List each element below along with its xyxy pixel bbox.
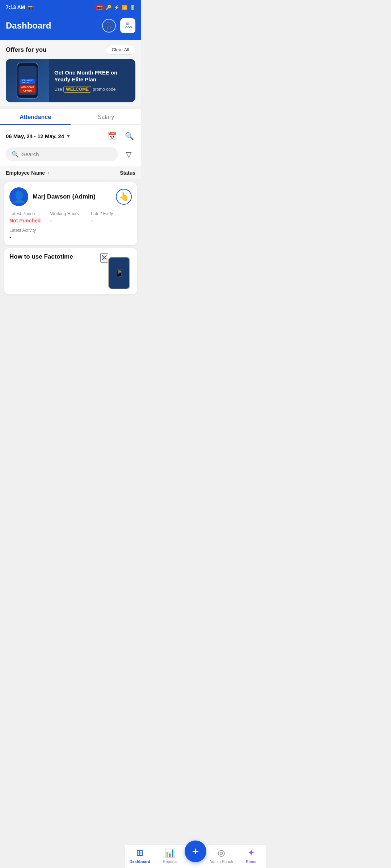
chevron-down-icon: ▾: [67, 133, 70, 139]
page-title: Dashboard: [6, 21, 51, 31]
employee-stats: Latest Punch Not Punched Working Hours -…: [9, 211, 132, 224]
wifi-icon: 📶: [122, 5, 127, 10]
key-icon: 🔑: [106, 5, 112, 10]
logo-icon: 🏢LOGO: [123, 22, 132, 29]
headphone-icon: 🎧: [105, 22, 113, 30]
promo-prefix: Use: [54, 87, 62, 92]
status-bar: 7:13 AM 📷 📷 🔑 ⚡ 📶 🔋: [0, 0, 141, 14]
headphone-button[interactable]: 🎧: [102, 19, 116, 33]
touch-button[interactable]: 👆: [116, 189, 132, 205]
date-actions: 📅 🔍: [106, 130, 135, 142]
status-icons: 📷 🔑 ⚡ 📶 🔋: [96, 5, 135, 10]
working-hours-col: Working Hours -: [50, 211, 91, 224]
promo-code: WELCOME: [63, 86, 91, 93]
table-header: Employee Name ↓ Status: [0, 166, 141, 179]
promo-suffix: promo code: [93, 87, 115, 92]
late-early-label: Late / Early: [91, 211, 132, 216]
search-icon-button[interactable]: 🔍: [123, 130, 135, 142]
date-range-selector[interactable]: 06 May, 24 - 12 May, 24 ▾: [6, 133, 70, 139]
time-display: 7:13 AM: [6, 4, 25, 10]
howto-close-button[interactable]: ✕: [100, 253, 108, 263]
app-header: Dashboard 🎧 🏢LOGO: [0, 14, 141, 40]
latest-activity-label: Latest Activity: [9, 228, 132, 233]
section-tabs: Attendance Salary: [0, 109, 141, 125]
howto-card: How to use Factotime ✕ 📱: [4, 248, 137, 294]
banner-title: Get One Month FREE on Yearly Elite Plan: [54, 69, 130, 83]
tab-salary[interactable]: Salary: [71, 109, 141, 124]
search-input[interactable]: [22, 151, 112, 157]
offers-title: Offers for you: [6, 46, 46, 54]
phone-mockup: FOR LIMITEDPERIOD WELCOMEOFFER: [17, 63, 38, 99]
battery-icon: 🔋: [130, 5, 135, 10]
employee-card: 👤 Marj Dawson (Admin) 👆 Latest Punch Not…: [4, 182, 137, 245]
offer-banner-card[interactable]: FOR LIMITEDPERIOD WELCOMEOFFER Get One M…: [6, 59, 135, 102]
working-hours-label: Working Hours: [50, 211, 91, 216]
filter-button[interactable]: ▽: [122, 148, 135, 161]
clear-all-button[interactable]: Clear All: [106, 45, 135, 55]
search-icon: 🔍: [125, 132, 134, 140]
header-actions: 🎧 🏢LOGO: [102, 18, 135, 33]
date-range-label: 06 May, 24 - 12 May, 24: [6, 133, 64, 139]
late-early-value: -: [91, 218, 132, 224]
avatar-person-icon: 👤: [12, 191, 26, 203]
sort-arrow-icon: ↓: [47, 170, 49, 175]
howto-content: How to use Factotime: [9, 253, 100, 260]
logo-button[interactable]: 🏢LOGO: [120, 18, 135, 33]
howto-title: How to use Factotime: [9, 253, 100, 260]
howto-phone-mockup: 📱: [108, 257, 130, 289]
avatar: 👤: [9, 187, 28, 206]
latest-punch-value: Not Punched: [9, 218, 50, 224]
calendar-icon: 📅: [108, 132, 117, 140]
status-column-header: Status: [120, 170, 135, 176]
welcome-badge: WELCOMEOFFER: [20, 85, 36, 93]
working-hours-value: -: [50, 218, 91, 224]
employee-name-column-header[interactable]: Employee Name ↓: [6, 170, 49, 176]
offers-section: Offers for you Clear All FOR LIMITEDPERI…: [0, 40, 141, 106]
search-row: 🔍 ▽: [0, 147, 141, 166]
search-input-icon: 🔍: [12, 151, 19, 158]
promo-line: Use WELCOME promo code: [54, 86, 130, 93]
phone-screen: FOR LIMITEDPERIOD WELCOMEOFFER: [18, 66, 37, 95]
latest-punch-label: Latest Punch: [9, 211, 50, 216]
phone-screen-icon: 📱: [115, 269, 124, 277]
for-limited-period-badge: FOR LIMITEDPERIOD: [20, 79, 35, 84]
search-box[interactable]: 🔍: [6, 147, 118, 161]
camera-icon: 📷: [96, 5, 104, 10]
banner-content: Get One Month FREE on Yearly Elite Plan …: [49, 59, 135, 102]
offers-header: Offers for you Clear All: [6, 45, 135, 55]
employee-activity: Latest Activity -: [9, 228, 132, 240]
employee-name-label: Employee Name: [6, 170, 45, 176]
video-icon: 📷: [28, 5, 34, 10]
howto-phone-image: 📱: [108, 257, 134, 289]
latest-activity-value: -: [9, 234, 132, 240]
latest-punch-col: Latest Punch Not Punched: [9, 211, 50, 224]
employee-card-header: 👤 Marj Dawson (Admin) 👆: [9, 187, 132, 206]
tab-attendance[interactable]: Attendance: [0, 109, 71, 124]
bluetooth-icon: ⚡: [114, 5, 119, 10]
banner-image: FOR LIMITEDPERIOD WELCOMEOFFER: [6, 59, 49, 102]
filter-icon: ▽: [126, 150, 131, 159]
calendar-icon-button[interactable]: 📅: [106, 130, 118, 142]
touch-icon: 👆: [119, 192, 129, 201]
employee-name: Marj Dawson (Admin): [33, 193, 112, 200]
status-time: 7:13 AM 📷: [6, 4, 34, 10]
date-range-row: 06 May, 24 - 12 May, 24 ▾ 📅 🔍: [0, 125, 141, 147]
late-early-col: Late / Early -: [91, 211, 132, 224]
